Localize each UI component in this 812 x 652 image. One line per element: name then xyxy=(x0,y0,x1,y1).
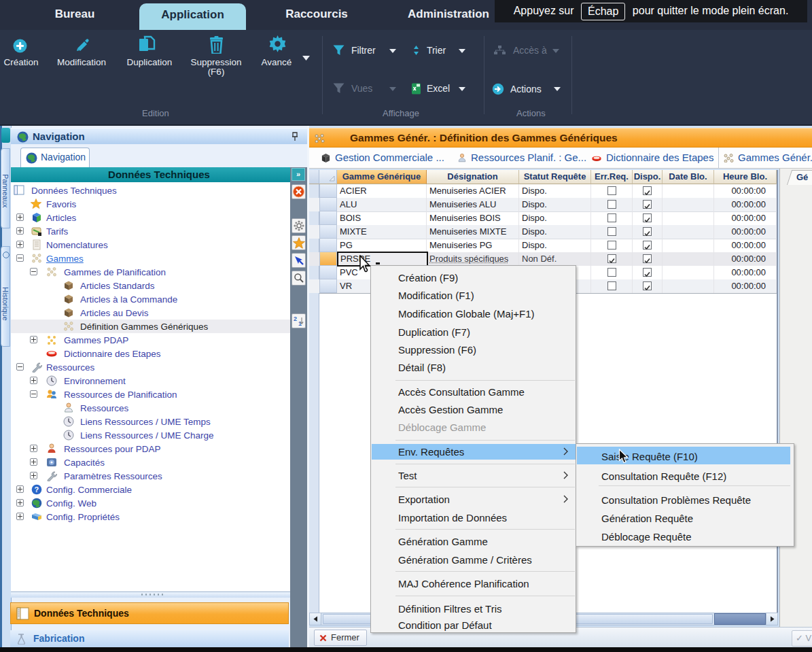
svg-text:2: 2 xyxy=(294,315,297,322)
svg-text:?: ? xyxy=(35,485,39,494)
